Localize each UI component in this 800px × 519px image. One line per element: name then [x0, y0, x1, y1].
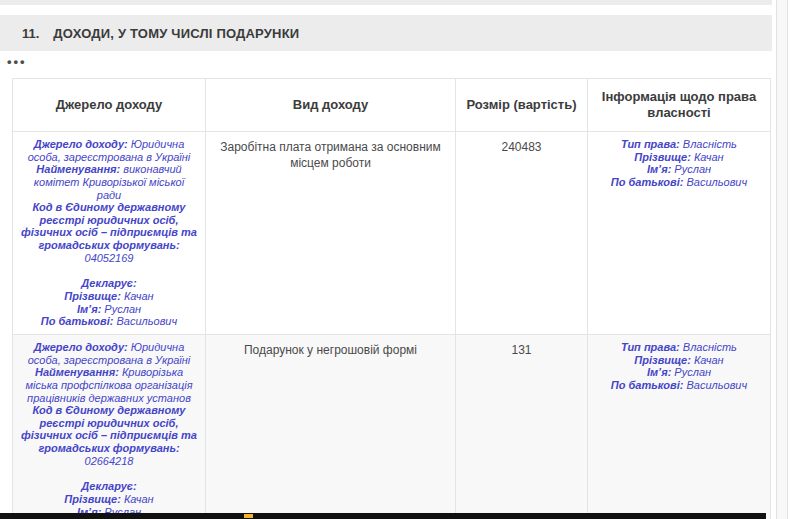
label-value-line: Код в Єдиному державному реєстрі юридичн…: [21, 404, 197, 467]
income-source-cell: Джерело доходу: Юридична особа, зареєстр…: [13, 334, 206, 519]
label-value-line: Прізвище: Качан: [21, 290, 197, 303]
ownership-cell: Тип права: ВласністьПрізвище: КачанІм’я:…: [588, 132, 771, 335]
col-header-income-type: Вид доходу: [206, 79, 456, 132]
label-value-line: Прізвище: Качан: [21, 493, 197, 506]
income-source-cell: Джерело доходу: Юридична особа, зареєстр…: [13, 132, 206, 335]
label-value-line: Прізвище: Качан: [596, 354, 762, 367]
section-number: 11.: [22, 26, 39, 41]
more-options-icon[interactable]: •••: [7, 55, 27, 68]
bottom-black-bar: [0, 513, 766, 519]
col-header-income-source: Джерело доходу: [13, 79, 206, 132]
section-title: ДОХОДИ, У ТОМУ ЧИСЛІ ПОДАРУНКИ: [53, 26, 299, 41]
source-org-block: Джерело доходу: Юридична особа, зареєстр…: [21, 138, 197, 264]
label-value-line: Ім’я: Руслан: [21, 303, 197, 316]
label-value-line: Джерело доходу: Юридична особа, зареєстр…: [21, 138, 197, 163]
source-org-block: Джерело доходу: Юридична особа, зареєстр…: [21, 341, 197, 467]
label-value-line: По батькові: Васильович: [21, 315, 197, 328]
label-value-line: Тип права: Власність: [596, 341, 762, 354]
col-header-ownership: Інформація щодо права власності: [588, 79, 771, 132]
ownership-block: Тип права: ВласністьПрізвище: КачанІм’я:…: [596, 138, 762, 189]
label-value-line: Тип права: Власність: [596, 138, 762, 151]
label-value-line: Декларує:: [21, 277, 197, 290]
table-row: Джерело доходу: Юридична особа, зареєстр…: [13, 334, 771, 519]
label-value-line: Ім’я: Руслан: [596, 163, 762, 176]
bottom-bar-marker: [244, 514, 253, 518]
label-value-line: Найменування: Криворізька міська профспі…: [21, 366, 197, 404]
previous-section-edge: [0, 0, 772, 5]
ownership-cell: Тип права: ВласністьПрізвище: КачанІм’я:…: [588, 334, 771, 519]
label-value-line: Код в Єдиному державному реєстрі юридичн…: [21, 201, 197, 264]
amount-cell: 131: [456, 334, 588, 519]
income-table: Джерело доходу Вид доходу Розмір (вартіс…: [12, 78, 771, 519]
vertical-scrollbar[interactable]: [776, 0, 788, 519]
section-header: 11. ДОХОДИ, У ТОМУ ЧИСЛІ ПОДАРУНКИ: [0, 15, 772, 51]
amount-cell: 240483: [456, 132, 588, 335]
label-value-line: Джерело доходу: Юридична особа, зареєстр…: [21, 341, 197, 366]
label-value-line: Декларує:: [21, 480, 197, 493]
col-header-amount: Розмір (вартість): [456, 79, 588, 132]
source-declarant-block: Декларує:Прізвище: КачанІм’я: РусланПо б…: [21, 277, 197, 328]
ownership-block: Тип права: ВласністьПрізвище: КачанІм’я:…: [596, 341, 762, 392]
label-value-line: Найменування: виконавчий комітет Криворі…: [21, 163, 197, 201]
label-value-line: По батькові: Васильович: [596, 379, 762, 392]
income-type-cell: Подарунок у негрошовій формі: [206, 334, 456, 519]
label-value-line: Прізвище: Качан: [596, 151, 762, 164]
label-value-line: Ім’я: Руслан: [596, 366, 762, 379]
income-type-cell: Заробітна плата отримана за основним міс…: [206, 132, 456, 335]
table-row: Джерело доходу: Юридична особа, зареєстр…: [13, 132, 771, 335]
label-value-line: По батькові: Васильович: [596, 176, 762, 189]
table-header-row: Джерело доходу Вид доходу Розмір (вартіс…: [13, 79, 771, 132]
